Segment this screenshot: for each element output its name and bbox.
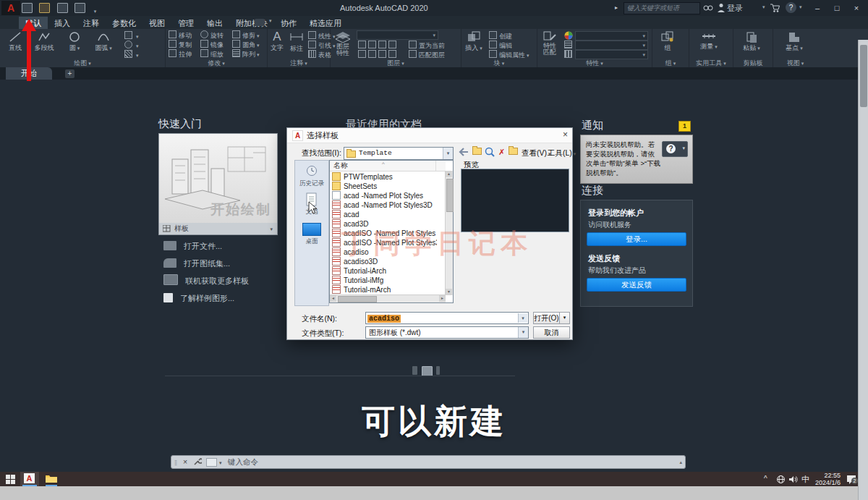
- tab-manage[interactable]: 管理: [171, 17, 200, 30]
- place-desktop[interactable]: 桌面: [295, 223, 328, 246]
- circle-tool[interactable]: 圆▾: [61, 30, 88, 53]
- save-icon[interactable]: [57, 3, 68, 13]
- start-drawing-card[interactable]: 开始绘制: [158, 133, 278, 224]
- tab-featured-apps[interactable]: 精选应用: [303, 17, 348, 30]
- web-search-icon[interactable]: [485, 147, 495, 157]
- signin-link[interactable]: 登录: [727, 0, 743, 16]
- paste-tool[interactable]: 粘贴▾: [739, 30, 764, 53]
- copy-tool[interactable]: 复制: [169, 40, 192, 49]
- new-drawing-tab-button[interactable]: +: [65, 69, 75, 78]
- command-prompt[interactable]: 键入命令: [228, 456, 258, 468]
- view-toggle-compact[interactable]: [436, 366, 440, 375]
- measure-tool[interactable]: 测量▾: [697, 30, 721, 51]
- text-tool[interactable]: A文字: [268, 30, 286, 53]
- file-type-combo[interactable]: 图形样板 (*.dwt) ▾: [365, 326, 529, 339]
- edit-block-tool[interactable]: 编辑: [489, 41, 512, 50]
- close-command-icon[interactable]: ×: [183, 456, 187, 468]
- table-tool[interactable]: 表格: [308, 50, 331, 59]
- search-expand-icon[interactable]: ▸: [615, 0, 618, 16]
- horizontal-scrollbar[interactable]: ◂ ▸: [330, 295, 446, 302]
- chevron-down-icon[interactable]: ▾: [518, 313, 527, 323]
- tab-addins[interactable]: 附加模块: [229, 17, 274, 30]
- trim-tool[interactable]: 修剪▾: [232, 30, 260, 41]
- match-layer-tool[interactable]: 匹配图层: [409, 50, 445, 59]
- panel-label-view[interactable]: 视图▾: [773, 59, 817, 67]
- expand-history-icon[interactable]: ▴: [679, 456, 682, 468]
- panel-label-modify[interactable]: 修改▾: [166, 59, 267, 67]
- file-row[interactable]: Tutorial-mArch: [330, 285, 437, 295]
- place-history[interactable]: 历史记录: [295, 165, 328, 188]
- person-icon[interactable]: [718, 3, 725, 12]
- scroll-thumb[interactable]: [446, 179, 454, 212]
- panel-label-utilities[interactable]: 实用工具▾: [689, 59, 733, 67]
- mirror-tool[interactable]: 镜像: [200, 40, 224, 49]
- signin-dropdown-icon[interactable]: ▾: [762, 4, 765, 10]
- signin-button[interactable]: 登录...: [587, 232, 686, 246]
- panel-label-clipboard[interactable]: 剪贴板: [733, 59, 773, 67]
- scroll-thumb[interactable]: [338, 296, 377, 302]
- infocenter-dropdown-icon[interactable]: ▾: [269, 18, 272, 24]
- customize-wrench-icon[interactable]: [193, 458, 202, 466]
- notification-badge[interactable]: 1: [678, 121, 691, 132]
- rectangle-tool[interactable]: ▾: [124, 31, 139, 41]
- new-file-icon[interactable]: [22, 3, 33, 13]
- volume-icon[interactable]: [789, 475, 798, 483]
- maximize-button[interactable]: □: [828, 0, 846, 16]
- file-row[interactable]: acad: [330, 210, 437, 219]
- open-file-icon[interactable]: [39, 3, 50, 13]
- make-current-tool[interactable]: 置为当前: [409, 41, 445, 50]
- file-row[interactable]: SheetSets: [330, 182, 437, 191]
- panel-label-annotate[interactable]: 注释▾: [268, 59, 330, 67]
- lineweight-dropdown[interactable]: ▾: [575, 41, 648, 50]
- scroll-down-icon[interactable]: ▾: [446, 289, 452, 295]
- help-dropdown-icon[interactable]: ▾: [799, 4, 802, 10]
- look-in-combo[interactable]: Template ▾: [344, 147, 454, 160]
- arc-tool[interactable]: 圆弧▾: [90, 30, 117, 53]
- create-block-tool[interactable]: 创建: [489, 31, 512, 41]
- cart-icon[interactable]: [770, 4, 780, 12]
- color-dropdown[interactable]: ▾: [575, 31, 648, 41]
- group-tool[interactable]: 组: [657, 30, 678, 53]
- array-tool[interactable]: 阵列▾: [232, 49, 260, 59]
- tab-output[interactable]: 输出: [200, 17, 229, 30]
- up-folder-icon[interactable]: [472, 147, 482, 157]
- search-input[interactable]: 键入关键字或短语: [624, 2, 700, 14]
- dialog-titlebar[interactable]: A 选择样板 ×: [287, 128, 572, 143]
- scroll-up-icon[interactable]: ▴: [446, 171, 452, 177]
- linetype-dropdown[interactable]: ▾: [575, 50, 648, 59]
- scale-tool[interactable]: 缩放: [200, 49, 224, 59]
- tab-insert[interactable]: 插入: [48, 17, 77, 30]
- drag-handle-icon[interactable]: ⁞⁞: [174, 457, 176, 470]
- chevron-down-icon[interactable]: ▾: [77, 46, 80, 51]
- edit-attributes-tool[interactable]: 编辑属性▾: [489, 50, 529, 60]
- file-name-input[interactable]: acadiso ▾: [365, 312, 529, 324]
- file-row[interactable]: Tutorial-iArch: [330, 266, 437, 276]
- chevron-down-icon[interactable]: ▾: [109, 46, 112, 51]
- layer-dropdown[interactable]: ▾: [357, 30, 438, 40]
- send-feedback-button[interactable]: 发送反馈: [587, 278, 686, 292]
- tab-collaborate[interactable]: 协作: [274, 17, 303, 30]
- ellipse-tool[interactable]: ▾: [124, 41, 139, 51]
- tools-button[interactable]: 工具(L)▾: [548, 148, 576, 158]
- tab-parametric[interactable]: 参数化: [106, 17, 142, 30]
- dialog-close-icon[interactable]: ×: [563, 130, 568, 140]
- taskbar-explorer-button[interactable]: [42, 472, 61, 486]
- stretch-tool[interactable]: 拉伸: [169, 49, 192, 59]
- scroll-left-icon[interactable]: ◂: [330, 295, 336, 302]
- sample-drawings-link[interactable]: 了解样例图形...: [163, 291, 234, 305]
- recent-commands-icon[interactable]: [206, 458, 217, 467]
- open-button[interactable]: 打开(O): [533, 312, 560, 324]
- views-button[interactable]: 查看(V)▾: [522, 148, 551, 158]
- offline-help-button[interactable]: ? ▾: [662, 141, 688, 157]
- file-row[interactable]: PTWTemplates: [330, 172, 437, 182]
- scroll-right-icon[interactable]: ▸: [439, 295, 446, 302]
- file-row[interactable]: acad -Named Plot Styles3D: [330, 200, 437, 210]
- rotate-tool[interactable]: 旋转: [200, 30, 224, 40]
- file-row[interactable]: acad -Named Plot Styles: [330, 191, 437, 200]
- panel-label-properties[interactable]: 特性▾: [537, 59, 652, 67]
- tray-hidden-icons[interactable]: ^: [764, 472, 767, 486]
- infocenter-icon[interactable]: [255, 19, 265, 26]
- delete-icon[interactable]: ✗: [496, 147, 507, 157]
- command-line-bar[interactable]: ⁞⁞ × ▾ 键入命令 ▴: [171, 455, 686, 469]
- panel-label-group[interactable]: 组▾: [652, 59, 689, 67]
